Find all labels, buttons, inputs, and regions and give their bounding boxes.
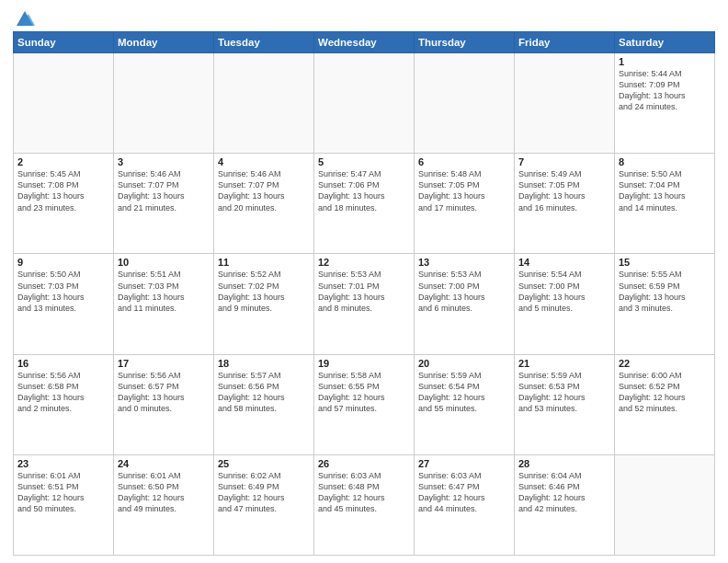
day-info: Sunrise: 6:04 AM Sunset: 6:46 PM Dayligh… (518, 470, 610, 515)
day-info: Sunrise: 5:57 AM Sunset: 6:56 PM Dayligh… (218, 370, 310, 415)
logo-icon (15, 9, 35, 29)
weekday-header-monday: Monday (114, 32, 214, 53)
day-info: Sunrise: 6:00 AM Sunset: 6:52 PM Dayligh… (619, 370, 711, 415)
weekday-header-friday: Friday (515, 32, 615, 53)
day-number: 26 (318, 458, 410, 469)
day-info: Sunrise: 5:49 AM Sunset: 7:05 PM Dayligh… (518, 168, 610, 213)
calendar-cell (314, 53, 415, 154)
calendar-week-row: 9Sunrise: 5:50 AM Sunset: 7:03 PM Daylig… (14, 254, 715, 354)
calendar-cell: 20Sunrise: 5:59 AM Sunset: 6:54 PM Dayli… (415, 354, 515, 454)
day-info: Sunrise: 6:02 AM Sunset: 6:49 PM Dayligh… (218, 470, 310, 515)
weekday-header-thursday: Thursday (415, 32, 515, 53)
day-number: 14 (518, 257, 610, 268)
calendar-cell: 12Sunrise: 5:53 AM Sunset: 7:01 PM Dayli… (314, 254, 415, 354)
calendar-cell (114, 53, 214, 154)
calendar-cell: 21Sunrise: 5:59 AM Sunset: 6:53 PM Dayli… (515, 354, 615, 454)
day-info: Sunrise: 5:48 AM Sunset: 7:05 PM Dayligh… (418, 168, 510, 213)
day-info: Sunrise: 5:52 AM Sunset: 7:02 PM Dayligh… (218, 269, 310, 314)
day-number: 21 (518, 358, 610, 369)
calendar-cell: 16Sunrise: 5:56 AM Sunset: 6:58 PM Dayli… (14, 354, 114, 454)
day-number: 22 (619, 358, 711, 369)
weekday-header-sunday: Sunday (14, 32, 114, 53)
day-info: Sunrise: 5:53 AM Sunset: 7:01 PM Dayligh… (318, 269, 410, 314)
day-info: Sunrise: 6:01 AM Sunset: 6:51 PM Dayligh… (17, 470, 109, 515)
day-number: 18 (218, 358, 310, 369)
day-number: 23 (17, 458, 109, 469)
calendar-cell: 25Sunrise: 6:02 AM Sunset: 6:49 PM Dayli… (214, 454, 314, 555)
calendar-cell: 26Sunrise: 6:03 AM Sunset: 6:48 PM Dayli… (314, 454, 415, 555)
calendar-cell (214, 53, 314, 154)
day-number: 10 (118, 257, 210, 268)
day-info: Sunrise: 5:47 AM Sunset: 7:06 PM Dayligh… (318, 168, 410, 213)
calendar-cell: 11Sunrise: 5:52 AM Sunset: 7:02 PM Dayli… (214, 254, 314, 354)
calendar-cell: 22Sunrise: 6:00 AM Sunset: 6:52 PM Dayli… (615, 354, 715, 454)
calendar-table: SundayMondayTuesdayWednesdayThursdayFrid… (13, 31, 715, 556)
day-number: 5 (318, 156, 410, 167)
day-number: 17 (118, 358, 210, 369)
calendar-cell: 10Sunrise: 5:51 AM Sunset: 7:03 PM Dayli… (114, 254, 214, 354)
day-number: 1 (619, 56, 711, 67)
header (13, 9, 715, 26)
day-number: 7 (518, 156, 610, 167)
day-info: Sunrise: 5:55 AM Sunset: 6:59 PM Dayligh… (619, 269, 711, 314)
calendar-cell: 28Sunrise: 6:04 AM Sunset: 6:46 PM Dayli… (515, 454, 615, 555)
calendar-cell: 8Sunrise: 5:50 AM Sunset: 7:04 PM Daylig… (615, 154, 715, 254)
calendar-cell: 15Sunrise: 5:55 AM Sunset: 6:59 PM Dayli… (615, 254, 715, 354)
calendar-cell: 9Sunrise: 5:50 AM Sunset: 7:03 PM Daylig… (14, 254, 114, 354)
day-info: Sunrise: 5:45 AM Sunset: 7:08 PM Dayligh… (17, 168, 109, 213)
calendar-cell (415, 53, 515, 154)
day-info: Sunrise: 5:50 AM Sunset: 7:04 PM Dayligh… (619, 168, 711, 213)
page: SundayMondayTuesdayWednesdayThursdayFrid… (0, 0, 728, 563)
day-info: Sunrise: 5:56 AM Sunset: 6:58 PM Dayligh… (17, 370, 109, 415)
calendar-cell: 18Sunrise: 5:57 AM Sunset: 6:56 PM Dayli… (214, 354, 314, 454)
day-info: Sunrise: 5:54 AM Sunset: 7:00 PM Dayligh… (518, 269, 610, 314)
day-number: 28 (518, 458, 610, 469)
weekday-header-wednesday: Wednesday (314, 32, 415, 53)
day-info: Sunrise: 6:03 AM Sunset: 6:48 PM Dayligh… (318, 470, 410, 515)
day-number: 24 (118, 458, 210, 469)
day-info: Sunrise: 5:58 AM Sunset: 6:55 PM Dayligh… (318, 370, 410, 415)
day-number: 25 (218, 458, 310, 469)
logo (13, 9, 35, 26)
day-number: 8 (619, 156, 711, 167)
day-number: 3 (118, 156, 210, 167)
day-info: Sunrise: 6:01 AM Sunset: 6:50 PM Dayligh… (118, 470, 210, 515)
calendar-cell: 6Sunrise: 5:48 AM Sunset: 7:05 PM Daylig… (415, 154, 515, 254)
day-number: 13 (418, 257, 510, 268)
day-info: Sunrise: 5:59 AM Sunset: 6:54 PM Dayligh… (418, 370, 510, 415)
day-info: Sunrise: 5:53 AM Sunset: 7:00 PM Dayligh… (418, 269, 510, 314)
day-info: Sunrise: 5:50 AM Sunset: 7:03 PM Dayligh… (17, 269, 109, 314)
day-number: 15 (619, 257, 711, 268)
weekday-header-tuesday: Tuesday (214, 32, 314, 53)
day-info: Sunrise: 5:59 AM Sunset: 6:53 PM Dayligh… (518, 370, 610, 415)
calendar-cell: 5Sunrise: 5:47 AM Sunset: 7:06 PM Daylig… (314, 154, 415, 254)
weekday-header-saturday: Saturday (615, 32, 715, 53)
weekday-header-row: SundayMondayTuesdayWednesdayThursdayFrid… (14, 32, 715, 53)
day-info: Sunrise: 5:51 AM Sunset: 7:03 PM Dayligh… (118, 269, 210, 314)
day-number: 27 (418, 458, 510, 469)
calendar-cell: 23Sunrise: 6:01 AM Sunset: 6:51 PM Dayli… (14, 454, 114, 555)
calendar-week-row: 23Sunrise: 6:01 AM Sunset: 6:51 PM Dayli… (14, 454, 715, 555)
day-number: 19 (318, 358, 410, 369)
day-number: 16 (17, 358, 109, 369)
calendar-cell: 4Sunrise: 5:46 AM Sunset: 7:07 PM Daylig… (214, 154, 314, 254)
calendar-cell: 3Sunrise: 5:46 AM Sunset: 7:07 PM Daylig… (114, 154, 214, 254)
day-info: Sunrise: 5:46 AM Sunset: 7:07 PM Dayligh… (118, 168, 210, 213)
day-number: 4 (218, 156, 310, 167)
calendar-cell: 17Sunrise: 5:56 AM Sunset: 6:57 PM Dayli… (114, 354, 214, 454)
calendar-cell (615, 454, 715, 555)
day-number: 9 (17, 257, 109, 268)
calendar-cell: 19Sunrise: 5:58 AM Sunset: 6:55 PM Dayli… (314, 354, 415, 454)
day-number: 11 (218, 257, 310, 268)
calendar-cell: 1Sunrise: 5:44 AM Sunset: 7:09 PM Daylig… (615, 53, 715, 154)
day-info: Sunrise: 5:44 AM Sunset: 7:09 PM Dayligh… (619, 68, 711, 113)
calendar-cell: 24Sunrise: 6:01 AM Sunset: 6:50 PM Dayli… (114, 454, 214, 555)
calendar-cell (14, 53, 114, 154)
day-number: 12 (318, 257, 410, 268)
calendar-week-row: 1Sunrise: 5:44 AM Sunset: 7:09 PM Daylig… (14, 53, 715, 154)
calendar-cell: 2Sunrise: 5:45 AM Sunset: 7:08 PM Daylig… (14, 154, 114, 254)
day-number: 6 (418, 156, 510, 167)
day-info: Sunrise: 5:46 AM Sunset: 7:07 PM Dayligh… (218, 168, 310, 213)
calendar-week-row: 2Sunrise: 5:45 AM Sunset: 7:08 PM Daylig… (14, 154, 715, 254)
day-number: 20 (418, 358, 510, 369)
